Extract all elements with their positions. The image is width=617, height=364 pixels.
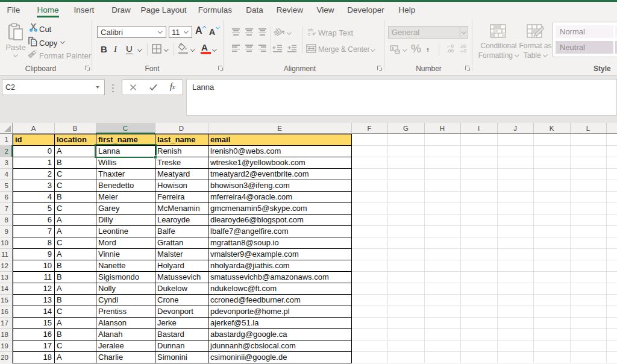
svg-text:$: $ [392, 46, 394, 51]
svg-text:c: c [308, 31, 310, 36]
